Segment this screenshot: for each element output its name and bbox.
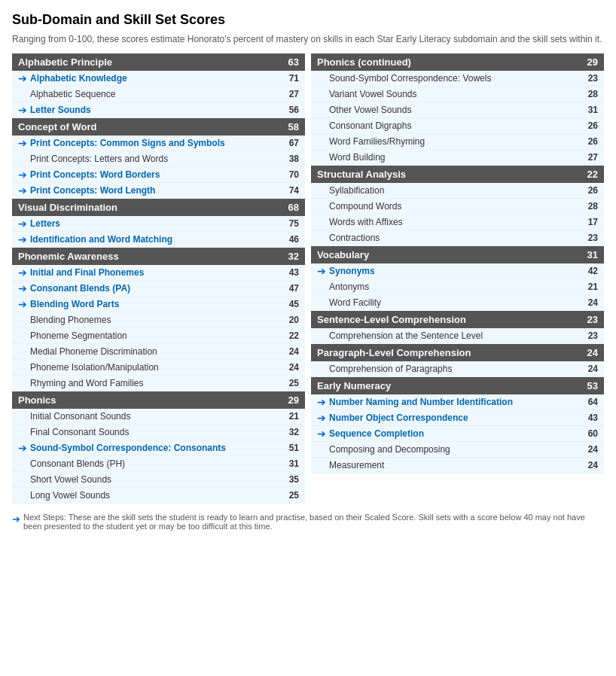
skill-row: ➔Initial and Final Phonemes43 xyxy=(12,265,305,281)
section-header: Visual Discrimination68 xyxy=(12,199,305,216)
next-steps-arrow-icon: ➔ xyxy=(18,267,27,278)
skill-row: Initial Consonant Sounds21 xyxy=(12,409,305,425)
section-header-score: 29 xyxy=(288,394,299,406)
skill-score: 38 xyxy=(281,154,299,164)
next-steps-arrow-icon: ➔ xyxy=(18,105,27,115)
skill-label: ➔Identification and Word Matching xyxy=(18,234,172,245)
skill-name: Print Concepts: Common Signs and Symbols xyxy=(30,138,225,148)
skill-name: Alphabetic Sequence xyxy=(30,89,115,99)
next-steps-arrow-icon: ➔ xyxy=(18,234,27,245)
skill-score: 26 xyxy=(580,185,598,196)
skill-score: 26 xyxy=(580,120,598,131)
skill-row: Other Vowel Sounds31 xyxy=(311,102,604,118)
skill-score: 24 xyxy=(281,346,299,357)
skill-score: 45 xyxy=(281,299,299,309)
skill-label: Initial Consonant Sounds xyxy=(24,411,130,422)
skill-name: Alphabetic Knowledge xyxy=(30,73,127,84)
section-header: Alphabetic Principle63 xyxy=(12,53,305,71)
skill-label: Composing and Decomposing xyxy=(323,444,450,455)
next-steps-arrow-icon: ➔ xyxy=(18,73,27,84)
skill-row: Syllabification26 xyxy=(311,183,604,199)
skill-score: 23 xyxy=(580,73,598,84)
skill-label: Phoneme Isolation/Manipulation xyxy=(24,362,159,373)
skill-label: Antonyms xyxy=(323,282,369,292)
section-header: Structural Analysis22 xyxy=(311,166,604,183)
skill-name: Consonant Blends (PA) xyxy=(30,283,130,294)
skill-name: Letter Sounds xyxy=(30,105,91,115)
skill-label: Print Concepts: Letters and Words xyxy=(24,154,168,164)
skill-score: 28 xyxy=(580,89,598,99)
skill-name: Number Naming and Number Identification xyxy=(329,397,513,407)
skill-score: 24 xyxy=(580,460,598,470)
skill-name: Phoneme Segmentation xyxy=(30,330,127,341)
skill-score: 23 xyxy=(580,233,598,243)
skill-label: ➔Sound-Symbol Correspondence: Consonants xyxy=(18,443,226,453)
skill-name: Compound Words xyxy=(329,201,402,212)
skill-label: Phoneme Segmentation xyxy=(24,330,127,341)
skill-label: ➔Alphabetic Knowledge xyxy=(18,73,127,84)
section-header: Phonics (continued)29 xyxy=(311,53,604,71)
skill-name: Consonant Blends (PH) xyxy=(30,458,125,469)
skill-label: ➔Letter Sounds xyxy=(18,105,91,115)
skill-row: ➔Blending Word Parts45 xyxy=(12,297,305,312)
left-column: Alphabetic Principle63➔Alphabetic Knowle… xyxy=(12,53,305,504)
skill-row: ➔Identification and Word Matching46 xyxy=(12,232,305,248)
skill-name: Comprehension of Paragraphs xyxy=(329,364,452,374)
footnote-text: Next Steps: These are the skill sets the… xyxy=(23,513,604,531)
skill-label: ➔Consonant Blends (PA) xyxy=(18,283,130,294)
skill-name: Contractions xyxy=(329,233,380,243)
skill-score: 71 xyxy=(281,73,299,84)
skill-row: Variant Vowel Sounds28 xyxy=(311,87,604,102)
section-header: Paragraph-Level Comprehension24 xyxy=(311,344,604,361)
skill-label: ➔Print Concepts: Word Length xyxy=(18,185,155,196)
section-header-label: Visual Discrimination xyxy=(18,202,117,213)
skill-row: Antonyms21 xyxy=(311,279,604,295)
skill-name: Synonyms xyxy=(329,266,375,276)
skill-score: 75 xyxy=(281,218,299,229)
skill-name: Short Vowel Sounds xyxy=(30,474,111,485)
section-header-label: Vocabulary xyxy=(317,249,369,260)
section-header: Phonemic Awareness32 xyxy=(12,248,305,265)
skill-row: Medial Phoneme Discrimination24 xyxy=(12,344,305,360)
skill-row: Phoneme Isolation/Manipulation24 xyxy=(12,360,305,376)
skill-row: Word Families/Rhyming26 xyxy=(311,134,604,150)
skill-row: ➔Number Object Correspondence43 xyxy=(311,410,604,426)
skill-label: Rhyming and Word Families xyxy=(24,378,144,388)
main-table: Alphabetic Principle63➔Alphabetic Knowle… xyxy=(12,53,604,504)
skill-row: Final Consonant Sounds32 xyxy=(12,425,305,440)
section-header-score: 58 xyxy=(288,121,299,132)
right-column: Phonics (continued)29Sound-Symbol Corres… xyxy=(311,53,604,504)
skill-score: 51 xyxy=(281,443,299,453)
skill-score: 56 xyxy=(281,105,299,115)
skill-score: 25 xyxy=(281,378,299,388)
skill-name: Print Concepts: Word Borders xyxy=(30,169,160,180)
next-steps-arrow-icon: ➔ xyxy=(18,299,27,309)
next-steps-arrow-icon: ➔ xyxy=(18,169,27,180)
skill-label: ➔Sequence Completion xyxy=(317,428,424,439)
section-header-score: 31 xyxy=(587,249,598,260)
section-header-score: 32 xyxy=(288,251,299,262)
skill-name: Medial Phoneme Discrimination xyxy=(30,346,157,357)
skill-row: Word Building27 xyxy=(311,150,604,166)
skill-label: Compound Words xyxy=(323,201,402,212)
page-title: Sub-Domain and Skill Set Scores xyxy=(12,12,604,28)
skill-label: Variant Vowel Sounds xyxy=(323,89,417,99)
skill-row: Phoneme Segmentation22 xyxy=(12,328,305,344)
skill-label: ➔Blending Word Parts xyxy=(18,299,119,309)
skill-label: Blending Phonemes xyxy=(24,315,111,325)
section-header-score: 22 xyxy=(587,169,598,180)
skill-row: ➔Alphabetic Knowledge71 xyxy=(12,71,305,87)
skill-name: Antonyms xyxy=(329,282,369,292)
skill-row: Compound Words28 xyxy=(311,199,604,215)
skill-label: Other Vowel Sounds xyxy=(323,105,411,115)
skill-score: 47 xyxy=(281,283,299,294)
skill-name: Number Object Correspondence xyxy=(329,413,468,423)
skill-name: Syllabification xyxy=(329,185,384,196)
next-steps-arrow-icon: ➔ xyxy=(317,428,326,439)
section-header-label: Phonemic Awareness xyxy=(18,251,119,262)
skill-name: Identification and Word Matching xyxy=(30,234,172,245)
skill-row: Short Vowel Sounds35 xyxy=(12,472,305,488)
next-steps-arrow-icon: ➔ xyxy=(317,413,326,423)
section-header-score: 29 xyxy=(587,56,598,68)
skill-row: Blending Phonemes20 xyxy=(12,312,305,328)
